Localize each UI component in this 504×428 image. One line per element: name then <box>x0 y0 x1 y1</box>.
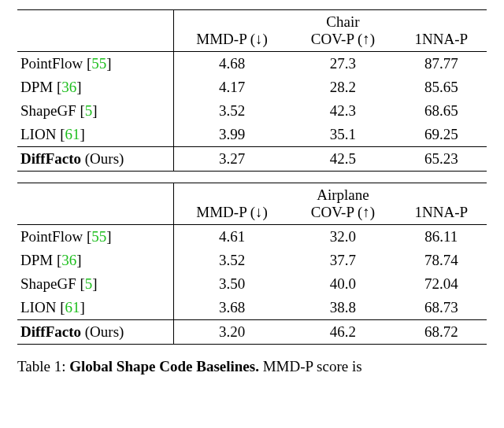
table-caption: Table 1: Global Shape Code Baselines. MM… <box>17 356 487 376</box>
citation: 36 <box>61 79 76 95</box>
col-1nna: 1NNA-P <box>396 204 487 225</box>
table-row: LION [61] 3.68 38.8 68.73 <box>17 296 487 320</box>
table-row: ShapeGF [5] 3.50 40.0 72.04 <box>17 272 487 296</box>
table-row-ours: DiffFacto (Ours) 3.20 46.2 68.72 <box>17 320 487 345</box>
col-1nna: 1NNA-P <box>396 31 487 52</box>
table-row: DPM [36] 3.52 37.7 78.74 <box>17 249 487 272</box>
table-chair: Chair MMD-P (↓) COV-P (↑) 1NNA-P PointFl… <box>17 9 487 172</box>
citation: 5 <box>85 102 93 119</box>
col-mmd: MMD-P (↓) <box>174 204 291 225</box>
table-row-ours: DiffFacto (Ours) 3.27 42.5 65.23 <box>17 147 487 172</box>
col-cov: COV-P (↑) <box>290 31 395 52</box>
citation: 5 <box>85 275 93 292</box>
citation: 61 <box>65 299 80 315</box>
category-header: Chair <box>290 10 395 31</box>
table-row: PointFlow [55] 4.61 32.0 86.11 <box>17 225 487 249</box>
col-cov: COV-P (↑) <box>290 204 395 225</box>
category-header: Airplane <box>290 183 395 205</box>
citation: 36 <box>61 252 76 268</box>
citation: 55 <box>91 228 106 245</box>
table-row: DPM [36] 4.17 28.2 85.65 <box>17 76 487 99</box>
table-row: ShapeGF [5] 3.52 42.3 68.65 <box>17 99 487 123</box>
table-airplane: Airplane MMD-P (↓) COV-P (↑) 1NNA-P Poin… <box>17 183 487 345</box>
page: Chair MMD-P (↓) COV-P (↑) 1NNA-P PointFl… <box>0 0 504 376</box>
col-mmd: MMD-P (↓) <box>174 31 291 52</box>
citation: 61 <box>65 126 80 142</box>
table-row: PointFlow [55] 4.68 27.3 87.77 <box>17 52 487 76</box>
citation: 55 <box>91 55 106 72</box>
table-row: LION [61] 3.99 35.1 69.25 <box>17 123 487 147</box>
